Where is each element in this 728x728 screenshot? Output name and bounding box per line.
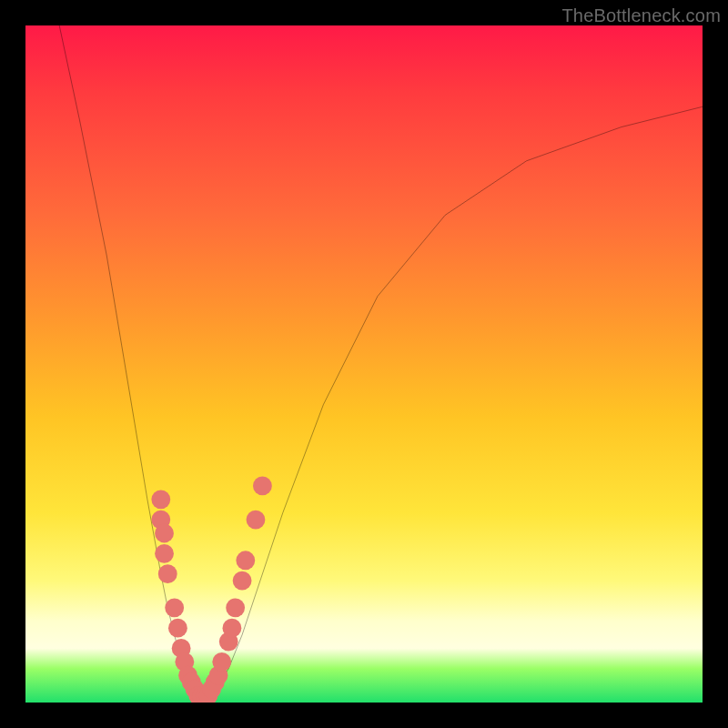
watermark-text: TheBottleneck.com (561, 5, 721, 26)
plot-area (25, 25, 703, 703)
data-marker (223, 619, 242, 638)
chart-frame: TheBottleneck.com (0, 0, 728, 728)
data-marker (182, 672, 201, 692)
data-marker (198, 686, 217, 703)
data-marker (247, 511, 266, 530)
curve-layer (25, 25, 703, 703)
data-marker (168, 619, 187, 638)
data-marker (253, 477, 272, 496)
data-marker (158, 564, 177, 583)
data-marker (155, 544, 174, 563)
bottleneck-curve (59, 25, 703, 696)
data-marker (202, 680, 221, 699)
data-marker (236, 551, 255, 570)
data-marker (178, 666, 197, 685)
data-marker (151, 511, 170, 530)
data-marker (155, 524, 174, 543)
data-marker (196, 686, 215, 703)
data-marker (151, 490, 170, 509)
data-marker (206, 672, 225, 692)
data-marker (172, 639, 191, 658)
data-marker (233, 571, 252, 591)
data-marker (212, 652, 231, 672)
data-marker (175, 652, 194, 672)
data-marker (192, 686, 211, 703)
data-marker (219, 632, 238, 652)
data-marker (188, 686, 207, 703)
data-marker (186, 680, 205, 699)
data-marker (226, 598, 245, 617)
marker-group (151, 477, 271, 703)
data-marker (165, 598, 184, 617)
data-marker (209, 666, 228, 685)
